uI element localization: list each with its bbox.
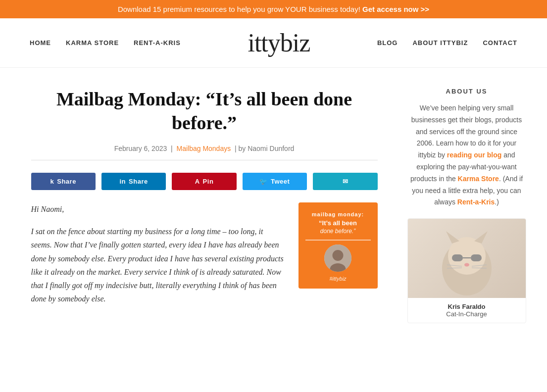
sidebar-cat-info: Kris Faraldo Cat-In-Charge [408,298,526,323]
nav-home[interactable]: HOME [30,39,51,47]
article-body: I sat on the fence about starting my bus… [31,225,286,305]
linkedin-icon: in [120,178,126,185]
share-linkedin-label: Share [129,178,148,185]
about-link-rent[interactable]: Rent-a-Kris [457,198,495,206]
cat-name: Kris Faraldo [413,303,521,310]
top-banner: Download 15 premium resources to help yo… [0,0,547,18]
main-layout: Mailbag Monday: “It’s all been done befo… [1,68,546,343]
about-link-blog[interactable]: reading our blog [447,151,501,159]
article-author: Naomi Dunford [248,145,294,152]
card-divider [305,240,371,241]
sidebar-about-title: ABOUT US [407,88,526,95]
share-pinterest-label: Pin [203,178,214,185]
share-twitter[interactable]: 🐦 Tweet [243,173,307,190]
facebook-icon: k [50,178,54,185]
article-text: Hi Naomi, I sat on the fence about start… [31,202,286,314]
article: Mailbag Monday: “It’s all been done befo… [31,88,378,323]
nav-karma-store[interactable]: KARMA STORE [66,39,119,47]
article-category[interactable]: Mailbag Mondays [176,145,231,152]
cat-title: Cat-In-Charge [413,310,521,318]
banner-cta[interactable]: Get access now >> [362,5,429,13]
share-linkedin[interactable]: in Share [101,173,166,190]
svg-point-10 [464,263,469,267]
nav-blog[interactable]: BLOG [377,39,398,47]
svg-marker-5 [446,231,459,244]
header: HOME KARMA STORE RENT-A-KRIS ittybiz BLO… [0,18,547,68]
svg-rect-7 [452,254,463,261]
about-link-karma[interactable]: Karma Store [458,175,499,183]
card-avatar [324,245,351,272]
share-email[interactable]: ✉ [313,173,377,190]
sidebar-about-text: We’ve been helping very small businesses… [407,102,526,208]
email-icon: ✉ [343,178,348,185]
twitter-icon: 🐦 [259,178,268,185]
article-content: Hi Naomi, I sat on the fence about start… [31,202,378,314]
share-facebook-label: Share [57,178,76,185]
about-text-4: .) [495,198,499,206]
svg-marker-6 [474,231,488,244]
share-twitter-label: Tweet [271,178,290,185]
card-tag: mailbag monday: [305,211,371,217]
card-title: “It’s all been [305,219,371,227]
sidebar-cat-card: Kris Faraldo Cat-In-Charge [407,218,526,323]
banner-text: Download 15 premium resources to help yo… [118,5,360,13]
nav-left: HOME KARMA STORE RENT-A-KRIS [30,39,181,47]
article-image-card: mailbag monday: “It’s all been done befo… [298,202,378,289]
card-hashtag: #ittybiz [305,276,371,282]
article-meta: February 6, 2023 | Mailbag Mondays | by … [31,145,378,152]
share-pinterest[interactable]: A Pin [172,173,236,190]
site-logo[interactable]: ittybiz [248,28,310,57]
svg-rect-8 [471,254,482,261]
nav-right: BLOG ABOUT ITTYBIZ CONTACT [377,39,517,47]
article-date: February 6, 2023 [114,145,167,152]
pinterest-icon: A [195,178,200,185]
nav-rent-a-kris[interactable]: RENT-A-KRIS [134,39,181,47]
article-divider [31,160,378,160]
sidebar: ABOUT US We’ve been helping very small b… [407,88,526,323]
article-greeting: Hi Naomi, [31,202,286,216]
card-subtitle: done before.” [305,228,371,235]
nav-about[interactable]: ABOUT ITTYBIZ [412,39,468,47]
share-buttons: k Share in Share A Pin 🐦 Tweet ✉ [31,173,378,190]
article-title: Mailbag Monday: “It’s all been done befo… [31,88,378,135]
sidebar-cat-image [408,219,526,298]
nav-contact[interactable]: CONTACT [483,39,517,47]
share-facebook[interactable]: k Share [31,173,96,190]
svg-point-1 [333,250,344,261]
